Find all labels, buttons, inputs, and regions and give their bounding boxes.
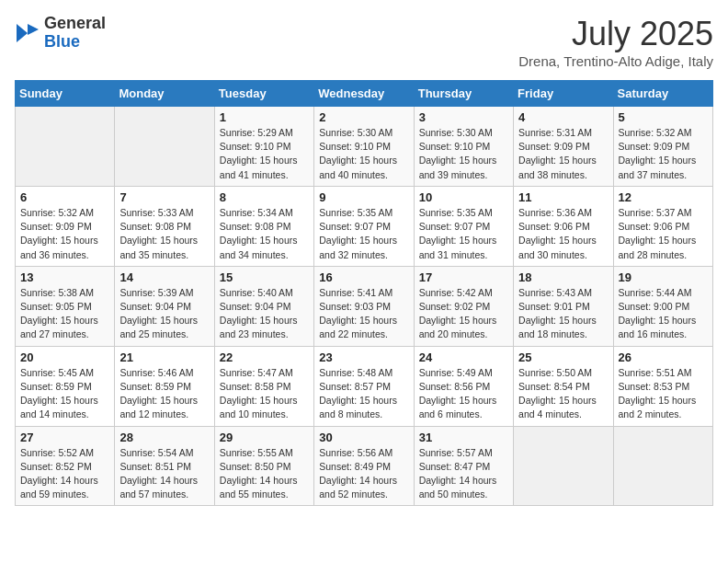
day-number: 31 <box>419 431 508 444</box>
calendar-cell: 13Sunrise: 5:38 AMSunset: 9:05 PMDayligh… <box>16 266 115 346</box>
calendar-cell: 31Sunrise: 5:57 AMSunset: 8:47 PMDayligh… <box>414 426 513 506</box>
day-number: 30 <box>319 431 408 444</box>
calendar-cell: 11Sunrise: 5:36 AMSunset: 9:06 PMDayligh… <box>514 186 613 266</box>
calendar-cell <box>16 107 115 187</box>
calendar-cell <box>514 426 613 506</box>
weekday-header-row: SundayMondayTuesdayWednesdayThursdayFrid… <box>16 81 713 107</box>
calendar-week-row: 20Sunrise: 5:45 AMSunset: 8:59 PMDayligh… <box>16 346 713 426</box>
day-number: 29 <box>220 431 309 444</box>
day-info: Sunrise: 5:30 AMSunset: 9:10 PMDaylight:… <box>419 126 508 182</box>
day-info: Sunrise: 5:45 AMSunset: 8:59 PMDaylight:… <box>20 366 109 422</box>
calendar-cell: 16Sunrise: 5:41 AMSunset: 9:03 PMDayligh… <box>314 266 414 346</box>
day-info: Sunrise: 5:30 AMSunset: 9:10 PMDaylight:… <box>319 126 408 182</box>
day-info: Sunrise: 5:50 AMSunset: 8:54 PMDaylight:… <box>518 366 608 422</box>
day-info: Sunrise: 5:40 AMSunset: 9:04 PMDaylight:… <box>220 286 309 342</box>
day-info: Sunrise: 5:46 AMSunset: 8:59 PMDaylight:… <box>119 366 209 422</box>
calendar-cell: 23Sunrise: 5:48 AMSunset: 8:57 PMDayligh… <box>314 346 414 426</box>
calendar-cell: 1Sunrise: 5:29 AMSunset: 9:10 PMDaylight… <box>214 107 313 187</box>
day-number: 25 <box>518 350 608 364</box>
day-number: 20 <box>20 350 109 364</box>
day-info: Sunrise: 5:49 AMSunset: 8:56 PMDaylight:… <box>419 366 508 422</box>
calendar-cell <box>613 426 712 506</box>
day-number: 23 <box>319 350 408 364</box>
day-number: 5 <box>619 110 708 124</box>
calendar-cell: 19Sunrise: 5:44 AMSunset: 9:00 PMDayligh… <box>613 266 712 346</box>
calendar-cell: 15Sunrise: 5:40 AMSunset: 9:04 PMDayligh… <box>214 266 313 346</box>
day-number: 9 <box>319 190 408 204</box>
calendar-week-row: 6Sunrise: 5:32 AMSunset: 9:09 PMDaylight… <box>16 186 713 266</box>
day-info: Sunrise: 5:47 AMSunset: 8:58 PMDaylight:… <box>220 366 309 422</box>
calendar-cell: 25Sunrise: 5:50 AMSunset: 8:54 PMDayligh… <box>514 346 613 426</box>
calendar-cell: 3Sunrise: 5:30 AMSunset: 9:10 PMDaylight… <box>414 107 513 187</box>
calendar-cell: 14Sunrise: 5:39 AMSunset: 9:04 PMDayligh… <box>115 266 214 346</box>
day-number: 10 <box>419 190 508 204</box>
day-number: 13 <box>20 270 109 284</box>
day-info: Sunrise: 5:37 AMSunset: 9:06 PMDaylight:… <box>619 206 708 262</box>
calendar-subtitle: Drena, Trentino-Alto Adige, Italy <box>518 53 713 69</box>
day-number: 24 <box>419 350 508 364</box>
day-number: 16 <box>319 270 408 284</box>
calendar-cell: 22Sunrise: 5:47 AMSunset: 8:58 PMDayligh… <box>214 346 313 426</box>
calendar-cell <box>115 107 214 187</box>
day-number: 12 <box>619 190 708 204</box>
calendar-cell: 26Sunrise: 5:51 AMSunset: 8:53 PMDayligh… <box>613 346 712 426</box>
calendar-header: SundayMondayTuesdayWednesdayThursdayFrid… <box>16 81 713 107</box>
day-info: Sunrise: 5:31 AMSunset: 9:09 PMDaylight:… <box>518 126 608 182</box>
day-number: 22 <box>220 350 309 364</box>
calendar-cell: 8Sunrise: 5:34 AMSunset: 9:08 PMDaylight… <box>214 186 313 266</box>
calendar-cell: 28Sunrise: 5:54 AMSunset: 8:51 PMDayligh… <box>115 426 214 506</box>
day-info: Sunrise: 5:32 AMSunset: 9:09 PMDaylight:… <box>20 206 109 262</box>
day-info: Sunrise: 5:52 AMSunset: 8:52 PMDaylight:… <box>20 446 109 502</box>
svg-marker-1 <box>17 24 28 42</box>
day-info: Sunrise: 5:35 AMSunset: 9:07 PMDaylight:… <box>419 206 508 262</box>
calendar-week-row: 1Sunrise: 5:29 AMSunset: 9:10 PMDaylight… <box>16 107 713 187</box>
calendar-cell: 2Sunrise: 5:30 AMSunset: 9:10 PMDaylight… <box>314 107 414 187</box>
calendar-cell: 4Sunrise: 5:31 AMSunset: 9:09 PMDaylight… <box>514 107 613 187</box>
weekday-header: Saturday <box>613 81 712 107</box>
logo: General Blue <box>15 15 106 52</box>
day-info: Sunrise: 5:29 AMSunset: 9:10 PMDaylight:… <box>220 126 309 182</box>
svg-marker-2 <box>28 24 39 35</box>
weekday-header: Wednesday <box>314 81 414 107</box>
logo-blue-text: Blue <box>44 32 80 51</box>
day-number: 19 <box>619 270 708 284</box>
day-number: 28 <box>119 431 209 444</box>
logo-general-text: General <box>44 14 106 32</box>
day-info: Sunrise: 5:36 AMSunset: 9:06 PMDaylight:… <box>518 206 608 262</box>
calendar-table: SundayMondayTuesdayWednesdayThursdayFrid… <box>15 80 713 506</box>
calendar-cell: 17Sunrise: 5:42 AMSunset: 9:02 PMDayligh… <box>414 266 513 346</box>
calendar-cell: 10Sunrise: 5:35 AMSunset: 9:07 PMDayligh… <box>414 186 513 266</box>
logo-icon <box>15 20 40 46</box>
weekday-header: Sunday <box>16 81 115 107</box>
page-header: General Blue July 2025 Drena, Trentino-A… <box>15 15 713 69</box>
logo-text: General Blue <box>44 15 106 52</box>
calendar-week-row: 13Sunrise: 5:38 AMSunset: 9:05 PMDayligh… <box>16 266 713 346</box>
calendar-week-row: 27Sunrise: 5:52 AMSunset: 8:52 PMDayligh… <box>16 426 713 506</box>
calendar-cell: 12Sunrise: 5:37 AMSunset: 9:06 PMDayligh… <box>613 186 712 266</box>
day-info: Sunrise: 5:43 AMSunset: 9:01 PMDaylight:… <box>518 286 608 342</box>
day-info: Sunrise: 5:57 AMSunset: 8:47 PMDaylight:… <box>419 446 508 502</box>
day-number: 11 <box>518 190 608 204</box>
day-info: Sunrise: 5:33 AMSunset: 9:08 PMDaylight:… <box>119 206 209 262</box>
day-info: Sunrise: 5:34 AMSunset: 9:08 PMDaylight:… <box>220 206 309 262</box>
day-info: Sunrise: 5:56 AMSunset: 8:49 PMDaylight:… <box>319 446 408 502</box>
day-info: Sunrise: 5:48 AMSunset: 8:57 PMDaylight:… <box>319 366 408 422</box>
calendar-cell: 24Sunrise: 5:49 AMSunset: 8:56 PMDayligh… <box>414 346 513 426</box>
day-info: Sunrise: 5:39 AMSunset: 9:04 PMDaylight:… <box>119 286 209 342</box>
day-number: 2 <box>319 110 408 124</box>
day-info: Sunrise: 5:32 AMSunset: 9:09 PMDaylight:… <box>619 126 708 182</box>
calendar-cell: 7Sunrise: 5:33 AMSunset: 9:08 PMDaylight… <box>115 186 214 266</box>
day-number: 17 <box>419 270 508 284</box>
day-info: Sunrise: 5:41 AMSunset: 9:03 PMDaylight:… <box>319 286 408 342</box>
day-number: 3 <box>419 110 508 124</box>
day-info: Sunrise: 5:35 AMSunset: 9:07 PMDaylight:… <box>319 206 408 262</box>
day-info: Sunrise: 5:55 AMSunset: 8:50 PMDaylight:… <box>220 446 309 502</box>
day-number: 7 <box>119 190 209 204</box>
weekday-header: Tuesday <box>214 81 313 107</box>
day-number: 21 <box>119 350 209 364</box>
day-number: 18 <box>518 270 608 284</box>
calendar-cell: 29Sunrise: 5:55 AMSunset: 8:50 PMDayligh… <box>214 426 313 506</box>
calendar-cell: 20Sunrise: 5:45 AMSunset: 8:59 PMDayligh… <box>16 346 115 426</box>
day-info: Sunrise: 5:44 AMSunset: 9:00 PMDaylight:… <box>619 286 708 342</box>
day-number: 15 <box>220 270 309 284</box>
